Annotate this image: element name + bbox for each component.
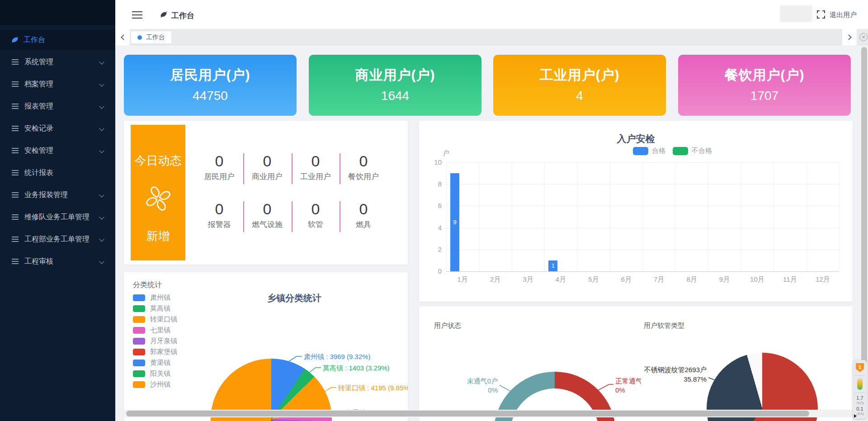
vertical-scrollbar-thumb[interactable] xyxy=(861,47,867,395)
y-axis-tick: 6 xyxy=(425,202,442,209)
category-pie-panel: 分类统计 肃州镇莫高镇转渠口镇七里镇月牙泉镇郭家堡镇黄渠镇阳关镇沙州镇 乡镇分类… xyxy=(124,272,408,421)
legend-swatch xyxy=(673,147,688,155)
bar-合格-4月: 1 xyxy=(548,260,557,271)
chevron-down-icon xyxy=(99,259,104,264)
sidebar-item-2[interactable]: 系统管理 xyxy=(0,53,115,71)
logout-button[interactable]: 退出用户 xyxy=(830,11,857,19)
sidebar-item-7[interactable]: 统计报表 xyxy=(0,164,115,182)
stat-card-title: 工业用户(户) xyxy=(493,66,666,85)
menu-bars-icon xyxy=(12,104,19,109)
legend-swatch xyxy=(133,316,145,323)
workbench-leaf-icon xyxy=(160,10,168,20)
close-tabs-icon[interactable]: ✕ xyxy=(859,33,868,41)
tabs-scroll-right-button[interactable] xyxy=(842,29,857,45)
x-axis-label: 11月 xyxy=(774,275,806,284)
stat-card-title: 居民用户(户) xyxy=(124,66,297,85)
horizontal-scrollbar-thumb[interactable] xyxy=(126,411,809,416)
pinwheel-icon xyxy=(131,184,185,215)
legend-label: 七里镇 xyxy=(150,326,170,335)
today-stat-label: 燃气设施 xyxy=(243,219,291,230)
widget-divider xyxy=(854,375,865,376)
sidebar-item-label: 统计报表 xyxy=(24,168,53,178)
legend-label: 合格 xyxy=(652,147,665,155)
today-stat-value: 0 xyxy=(292,152,340,170)
pie-legend-item-郭家堡镇[interactable]: 郭家堡镇 xyxy=(133,347,177,356)
sidebar-item-3[interactable]: 档案管理 xyxy=(0,75,115,93)
hamburger-menu-icon[interactable] xyxy=(132,11,142,19)
today-panel: 今日动态 新增 0居民用户0商业用户0工业用户0餐饮用户0报警器0燃气设施0软管… xyxy=(124,121,408,265)
sidebar-item-label: 工程部业务工单管理 xyxy=(24,235,90,244)
today-stat-value: 0 xyxy=(195,152,243,170)
pie-legend-item-七里镇[interactable]: 七里镇 xyxy=(133,326,170,335)
legend-label: 黄渠镇 xyxy=(150,359,170,367)
sidebar-item-10[interactable]: 工程部业务工单管理 xyxy=(0,230,115,248)
x-axis-label: 10月 xyxy=(741,275,774,284)
sidebar-menu: 工作台系统管理档案管理报表管理安检记录安检管理统计报表业务报装管理维修队业务工单… xyxy=(0,0,115,421)
today-stat-label: 餐饮用户 xyxy=(340,171,387,182)
sidebar-item-1[interactable]: 工作台 xyxy=(0,30,115,50)
x-axis-label: 12月 xyxy=(807,275,839,284)
net-speed-widget[interactable]: 1 1.7 ↑K/s 0.1 ↓K/s xyxy=(853,360,867,419)
x-axis-label: 5月 xyxy=(577,275,610,284)
tab-workbench[interactable]: 工作台 xyxy=(131,31,172,44)
today-stat-label: 燃具 xyxy=(340,219,387,230)
status-panel: 用户状态 用户软管类型 未通气0户 0% 正常通气0户 0% 不锈钢波纹管269… xyxy=(419,306,853,421)
widget-collapse-arrow-icon[interactable] xyxy=(854,414,857,418)
username-area[interactable] xyxy=(780,5,812,22)
fullscreen-icon[interactable] xyxy=(817,10,825,20)
tab-label: 工作台 xyxy=(146,33,165,42)
grid-line xyxy=(512,162,512,271)
x-axis-label: 7月 xyxy=(643,275,675,284)
legend-swatch xyxy=(133,360,145,366)
donut-label-left: 未通气0户 0% xyxy=(437,377,498,395)
chevron-down-icon xyxy=(99,126,104,131)
grid-line xyxy=(610,162,610,271)
legend-label: 郭家堡镇 xyxy=(150,348,177,356)
stat-card-3: 工业用户(户)4 xyxy=(493,55,666,116)
menu-bars-icon xyxy=(12,148,19,153)
stat-card-title: 餐饮用户(户) xyxy=(678,66,851,85)
x-axis-label: 8月 xyxy=(675,275,708,284)
today-stat-label: 报警器 xyxy=(195,219,243,230)
grid-line xyxy=(675,162,676,271)
sidebar-item-5[interactable]: 安检记录 xyxy=(0,119,115,137)
pie-legend-item-莫高镇[interactable]: 莫高镇 xyxy=(133,304,170,313)
sidebar-item-label: 安检记录 xyxy=(24,124,53,133)
pie-legend-item-黄渠镇[interactable]: 黄渠镇 xyxy=(133,358,170,367)
chevron-left-icon xyxy=(121,34,127,40)
app-root: 工作台系统管理档案管理报表管理安检记录安检管理统计报表业务报装管理维修队业务工单… xyxy=(0,0,868,421)
sidebar-item-11[interactable]: 工程审核 xyxy=(0,252,115,270)
y-axis-tick: 10 xyxy=(425,158,442,166)
sidebar-item-4[interactable]: 报表管理 xyxy=(0,97,115,115)
x-axis-label: 6月 xyxy=(610,275,642,284)
pie-legend-item-月牙泉镇[interactable]: 月牙泉镇 xyxy=(133,336,177,345)
today-stat-value: 0 xyxy=(195,200,243,218)
chevron-down-icon xyxy=(99,148,104,153)
today-stat-label: 工业用户 xyxy=(292,171,340,182)
tabs-scroll-left-button[interactable] xyxy=(115,29,130,45)
chevron-down-icon xyxy=(99,214,104,219)
legend-item-合格[interactable]: 合格 xyxy=(633,147,665,155)
slice-name: 不锈钢波纹管2693户 xyxy=(625,365,707,374)
today-title: 今日动态 xyxy=(131,153,185,169)
sidebar-item-8[interactable]: 业务报装管理 xyxy=(0,186,115,204)
menu-bars-icon xyxy=(12,214,19,220)
legend-swatch xyxy=(133,381,145,388)
pie-legend-item-转渠口镇[interactable]: 转渠口镇 xyxy=(133,315,177,324)
pie-legend-item-沙州镇[interactable]: 沙州镇 xyxy=(133,380,170,389)
y-axis-tick: 8 xyxy=(425,180,442,188)
grid-line xyxy=(446,162,447,271)
sidebar-item-label: 工程审核 xyxy=(24,257,53,266)
inspection-chart-panel: 入户安检 合格不合格 户 1月2月3月4月5月6月7月8月9月10月11月12月… xyxy=(419,121,853,302)
pie-legend-item-阳关镇[interactable]: 阳关镇 xyxy=(133,369,170,378)
segment-label: 未通气0户 xyxy=(437,377,498,386)
x-axis-label: 3月 xyxy=(512,275,544,284)
slice-pct: 35.87% xyxy=(625,374,707,384)
menu-bars-icon xyxy=(12,170,19,175)
sidebar-item-9[interactable]: 维修队业务工单管理 xyxy=(0,208,115,226)
stat-card-title: 商业用户(户) xyxy=(309,66,481,85)
legend-label: 莫高镇 xyxy=(150,304,170,313)
legend-item-不合格[interactable]: 不合格 xyxy=(673,147,712,155)
sidebar-item-6[interactable]: 安检管理 xyxy=(0,142,115,160)
legend-label: 转渠口镇 xyxy=(150,315,177,324)
